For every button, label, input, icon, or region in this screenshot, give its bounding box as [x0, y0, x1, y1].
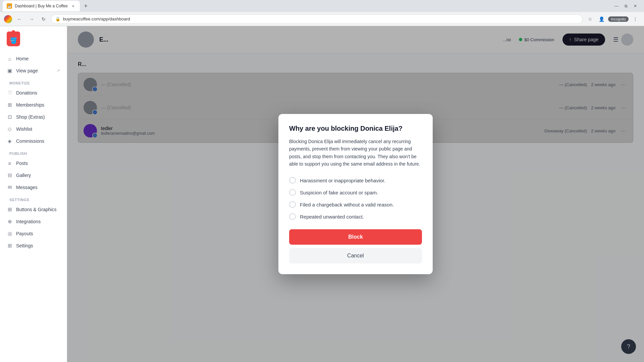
- radio-label-chargeback: Filed a chargeback without a valid reaso…: [300, 202, 394, 207]
- sidebar-item-commissions[interactable]: ◈ Commissions: [3, 135, 64, 147]
- sidebar-item-memberships[interactable]: ⊞ Memberships: [3, 99, 64, 111]
- sidebar-item-memberships-label: Memberships: [16, 102, 44, 108]
- sidebar-item-posts[interactable]: ≡ Posts: [3, 158, 64, 169]
- sidebar-item-shop-label: Shop (Extras): [16, 114, 45, 120]
- external-link-icon: ↗: [57, 68, 60, 73]
- buttons-icon: ⊞: [7, 206, 13, 213]
- sidebar-item-donations-label: Donations: [16, 90, 37, 96]
- toolbar-actions: ☆ 👤 Incognito ⋮: [585, 14, 640, 24]
- view-page-icon: ▣: [7, 68, 13, 74]
- logo-bucket: 🪣: [7, 32, 20, 46]
- tab-favicon: ☕: [7, 3, 12, 9]
- extensions-button[interactable]: ⋮: [631, 14, 640, 24]
- sidebar: 🪣 ⌂ Home ▣ View page ↗ MONETIZE ♡ Donati…: [0, 26, 67, 362]
- new-tab-button[interactable]: +: [81, 1, 91, 11]
- radio-circle-fake[interactable]: [289, 189, 296, 196]
- sidebar-item-buttons-label: Buttons & Graphics: [16, 207, 57, 212]
- block-user-modal: Why are you blocking Donica Elija? Block…: [278, 114, 433, 275]
- commissions-icon: ◈: [7, 138, 13, 144]
- radio-circle-chargeback[interactable]: [289, 201, 296, 208]
- radio-circle-contact[interactable]: [289, 213, 296, 220]
- gallery-icon: ⊟: [7, 172, 13, 178]
- app-container: 🪣 ⌂ Home ▣ View page ↗ MONETIZE ♡ Donati…: [0, 26, 644, 362]
- forward-button[interactable]: →: [27, 14, 36, 24]
- home-icon: ⌂: [7, 56, 13, 62]
- active-tab[interactable]: ☕ Dashboard | Buy Me a Coffee ✕: [3, 1, 80, 11]
- sidebar-item-home-label: Home: [16, 56, 29, 61]
- address-bar[interactable]: 🔒 buymeacoffee.com/app/dashboard: [51, 14, 583, 24]
- sidebar-item-posts-label: Posts: [16, 161, 28, 166]
- sidebar-item-payouts[interactable]: ◎ Payouts: [3, 228, 64, 239]
- sidebar-item-settings-label: Settings: [16, 243, 33, 248]
- sidebar-item-messages[interactable]: ✉ Messages: [3, 182, 64, 193]
- memberships-icon: ⊞: [7, 102, 13, 108]
- sidebar-item-settings[interactable]: ⊞ Settings: [3, 240, 64, 251]
- radio-option-chargeback[interactable]: Filed a chargeback without a valid reaso…: [289, 201, 422, 208]
- profile-icon-button[interactable]: 👤: [597, 14, 606, 24]
- shop-icon: ⊡: [7, 114, 13, 120]
- logo-container: 🪣: [7, 32, 20, 46]
- modal-description: Blocking Donica Elija will immediately c…: [289, 138, 422, 168]
- settings-section-label: SETTINGS: [3, 194, 64, 203]
- bookmark-button[interactable]: ☆: [585, 14, 595, 24]
- sidebar-item-commissions-label: Commissions: [16, 138, 44, 144]
- sidebar-item-wishlist[interactable]: ◇ Wishlist: [3, 123, 64, 135]
- radio-option-fake[interactable]: Suspicion of fake account or spam.: [289, 189, 422, 196]
- cancel-button[interactable]: Cancel: [289, 248, 422, 263]
- modal-title: Why are you blocking Donica Elija?: [289, 125, 422, 132]
- sidebar-item-gallery-label: Gallery: [16, 173, 31, 178]
- payouts-icon: ◎: [7, 231, 13, 237]
- modal-overlay: Why are you blocking Donica Elija? Block…: [67, 26, 644, 362]
- browser-toolbar: ← → ↻ 🔒 buymeacoffee.com/app/dashboard ☆…: [0, 12, 644, 26]
- sidebar-item-integrations[interactable]: ⊕ Integrations: [3, 216, 64, 227]
- wishlist-icon: ◇: [7, 126, 13, 132]
- messages-icon: ✉: [7, 184, 13, 190]
- back-button[interactable]: ←: [15, 14, 24, 24]
- sidebar-logo: 🪣: [0, 32, 67, 53]
- block-reason-radio-group: Harassment or inappropriate behavior. Su…: [289, 177, 422, 220]
- browser-chrome: ☕ Dashboard | Buy Me a Coffee ✕ + — ⧉ ✕ …: [0, 0, 644, 26]
- block-button[interactable]: Block: [289, 229, 422, 245]
- radio-circle-harassment[interactable]: [289, 177, 296, 184]
- radio-label-fake: Suspicion of fake account or spam.: [300, 190, 378, 195]
- lock-icon: 🔒: [55, 17, 60, 21]
- restore-button[interactable]: ⧉: [623, 3, 629, 9]
- sidebar-item-shop[interactable]: ⊡ Shop (Extras): [3, 111, 64, 123]
- sidebar-item-payouts-label: Payouts: [16, 231, 33, 236]
- integrations-icon: ⊕: [7, 219, 13, 225]
- tab-bar: ☕ Dashboard | Buy Me a Coffee ✕ + — ⧉ ✕: [0, 0, 644, 12]
- sidebar-item-home[interactable]: ⌂ Home: [3, 53, 64, 64]
- sidebar-item-buttons-graphics[interactable]: ⊞ Buttons & Graphics: [3, 204, 64, 215]
- sidebar-item-wishlist-label: Wishlist: [16, 126, 32, 132]
- sidebar-item-donations[interactable]: ♡ Donations: [3, 87, 64, 99]
- sidebar-nav: ⌂ Home ▣ View page ↗ MONETIZE ♡ Donation…: [0, 53, 67, 251]
- incognito-badge: Incognito: [608, 16, 629, 22]
- sidebar-item-view-page[interactable]: ▣ View page ↗: [3, 65, 64, 76]
- tab-title: Dashboard | Buy Me a Coffee: [15, 4, 68, 8]
- sidebar-item-gallery[interactable]: ⊟ Gallery: [3, 170, 64, 181]
- sidebar-item-view-page-label: View page: [16, 68, 38, 73]
- tab-close-button[interactable]: ✕: [70, 3, 76, 9]
- minimize-button[interactable]: —: [613, 3, 620, 9]
- radio-option-harassment[interactable]: Harassment or inappropriate behavior.: [289, 177, 422, 184]
- url-text: buymeacoffee.com/app/dashboard: [63, 16, 130, 21]
- google-logo: [4, 15, 12, 23]
- monetize-section-label: MONETIZE: [3, 77, 64, 86]
- posts-icon: ≡: [7, 160, 13, 166]
- sidebar-item-messages-label: Messages: [16, 185, 38, 190]
- main-content: E... ...ist $0 Commission ↑ Share page ☰: [67, 26, 644, 362]
- close-window-button[interactable]: ✕: [632, 3, 639, 9]
- radio-label-harassment: Harassment or inappropriate behavior.: [300, 178, 385, 183]
- settings-icon: ⊞: [7, 243, 13, 249]
- radio-label-contact: Repeated unwanted contact.: [300, 214, 364, 220]
- reload-button[interactable]: ↻: [39, 14, 48, 24]
- radio-option-contact[interactable]: Repeated unwanted contact.: [289, 213, 422, 220]
- publish-section-label: PUBLISH: [3, 147, 64, 157]
- sidebar-item-integrations-label: Integrations: [16, 219, 41, 224]
- donations-icon: ♡: [7, 90, 13, 96]
